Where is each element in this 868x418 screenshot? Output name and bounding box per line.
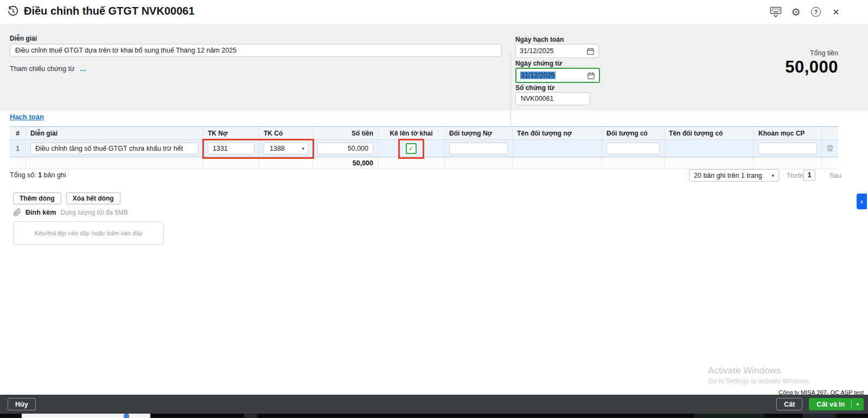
col-actions (822, 127, 838, 139)
so-chung-tu-input[interactable] (515, 92, 590, 105)
tham-chieu-more-link[interactable]: ... (80, 65, 86, 73)
trash-icon[interactable] (826, 144, 834, 152)
desktop-sliver (694, 414, 765, 418)
attachment-hint: Dung lượng tối đa 5MB (60, 209, 128, 216)
ke-len-to-khai-checkbox[interactable]: ✓ (406, 143, 417, 154)
tham-chieu-label: Tham chiếu chứng từ (10, 65, 75, 73)
row-ten-doi-tuong-co (665, 140, 754, 157)
add-row-button[interactable]: Thêm dòng (13, 192, 61, 204)
row-khoan-muc-cp-input[interactable] (758, 143, 817, 155)
col-dien-giai: Diễn giải (26, 127, 203, 139)
document-header-panel: Diễn giải Tham chiếu chứng từ ... Ngày h… (0, 24, 868, 110)
calendar-icon[interactable] (587, 72, 595, 80)
tong-tien-label: Tổng tiền (810, 49, 838, 57)
paperclip-icon (13, 208, 21, 217)
tong-tien-value: 50,000 (785, 57, 838, 77)
save-button[interactable]: Cất (776, 398, 802, 410)
ngay-hach-toan-label: Ngày hạch toán (515, 36, 564, 43)
desktop-sliver (244, 414, 257, 418)
row-tk-no-input[interactable] (208, 143, 254, 155)
prev-page-button[interactable]: Trước (787, 172, 805, 179)
save-and-print-button[interactable]: Cất và In ▾ (809, 398, 864, 410)
footer-actions: Cất Cất và In ▾ (776, 398, 864, 410)
attachment-header: Đính kèm Dung lượng tối đa 5MB (13, 208, 128, 217)
dien-giai-label: Diễn giải (10, 35, 37, 42)
col-index: # (10, 127, 26, 139)
titlebar-actions: ⚙ ? ✕ (770, 6, 842, 18)
record-count-value: 1 (38, 171, 42, 179)
chevron-down-icon: ▾ (302, 146, 304, 151)
row-dien-giai-input[interactable] (30, 143, 199, 155)
activate-windows-watermark: Activate Windows (708, 365, 781, 376)
page-size-select[interactable]: 20 bản ghi trên 1 trang ▾ (689, 169, 779, 182)
clear-rows-button[interactable]: Xóa hết dòng (66, 192, 120, 204)
close-icon[interactable]: ✕ (830, 6, 842, 18)
row-doi-tuong-no-input[interactable] (449, 143, 508, 155)
tab-hach-toan[interactable]: Hạch toán (10, 113, 44, 121)
activate-windows-watermark-line2: Go to Settings to activate Windows (708, 377, 809, 385)
row-so-tien-input[interactable] (317, 143, 373, 155)
table-header-row: # Diễn giải TK Nợ TK Có Số tiền Kê lên t… (10, 126, 838, 140)
selected-date-text: 31/12/2025 (520, 72, 556, 79)
calendar-icon[interactable] (586, 47, 595, 55)
form-divider (510, 54, 511, 130)
entries-table: # Diễn giải TK Nợ TK Có Số tiền Kê lên t… (10, 126, 838, 169)
col-ke-len-to-khai: Kê lên tờ khai (378, 127, 445, 139)
desktop-window-sliver (22, 414, 150, 418)
row-index: 1 (16, 145, 20, 152)
row-actions: Thêm dòng Xóa hết dòng (13, 192, 120, 204)
file-dropzone[interactable]: Kéo/thả tệp vào đây hoặc bấm vào đây (13, 221, 164, 245)
page-number-box[interactable]: 1 (803, 170, 815, 181)
settings-gear-icon[interactable]: ⚙ (790, 6, 802, 18)
row-doi-tuong-co-input[interactable] (607, 143, 660, 155)
next-page-button[interactable]: Sau (829, 172, 841, 179)
tax-adjustment-window: Điều chỉnh thuế GTGT NVK00061 ⚙ ? ✕ Diễn… (0, 0, 868, 418)
col-so-tien: Số tiền (313, 127, 378, 139)
table-total-row: 50,000 (10, 157, 838, 169)
col-ten-doi-tuong-no: Tên đối tượng nợ (513, 127, 602, 139)
col-tk-co: TK Có (259, 127, 313, 139)
help-icon[interactable]: ? (810, 6, 822, 18)
chevron-down-icon: ▾ (771, 173, 774, 178)
history-icon (7, 5, 19, 17)
page-title: Điều chỉnh thuế GTGT NVK00061 (24, 5, 195, 17)
desktop-icon-sliver (124, 414, 129, 418)
attachment-label: Đính kèm (25, 209, 56, 216)
side-panel-toggle[interactable]: ‹ (857, 194, 867, 209)
button-separator (851, 400, 852, 408)
row-tk-co-select[interactable]: 1388 ▾ (264, 143, 308, 155)
total-so-tien: 50,000 (313, 157, 378, 169)
chevron-down-icon: ▾ (856, 402, 864, 407)
col-khoan-muc-cp: Khoản mục CP (754, 127, 822, 139)
tham-chieu-row: Tham chiếu chứng từ ... (10, 65, 86, 73)
col-tk-no: TK Nợ (203, 127, 259, 139)
record-count: Tổng số: 1 bản ghi (10, 171, 66, 179)
keyboard-shortcuts-icon[interactable] (770, 6, 782, 18)
table-row: 1 1388 ▾ ✓ (10, 140, 838, 157)
window-titlebar: Điều chỉnh thuế GTGT NVK00061 ⚙ ? ✕ (0, 0, 868, 24)
ngay-hach-toan-input[interactable]: 31/12/2025 (515, 44, 599, 58)
dien-giai-input[interactable] (10, 44, 502, 57)
cancel-button[interactable]: Hủy (8, 398, 36, 410)
chevron-left-icon: ‹ (860, 197, 863, 205)
col-doi-tuong-co: Đối tượng có (602, 127, 665, 139)
check-icon: ✓ (409, 145, 414, 152)
footer-bar (0, 395, 868, 414)
so-chung-tu-label: Số chứng từ (515, 84, 554, 92)
ngay-chung-tu-input[interactable]: 31/12/2025 (515, 68, 600, 83)
col-ten-doi-tuong-co: Tên đối tượng có (665, 127, 754, 139)
ngay-chung-tu-label: Ngày chứng từ (515, 60, 562, 67)
row-ten-doi-tuong-no (513, 140, 602, 157)
col-doi-tuong-no: Đối tượng Nợ (445, 127, 513, 139)
desktop-sliver (803, 414, 835, 418)
